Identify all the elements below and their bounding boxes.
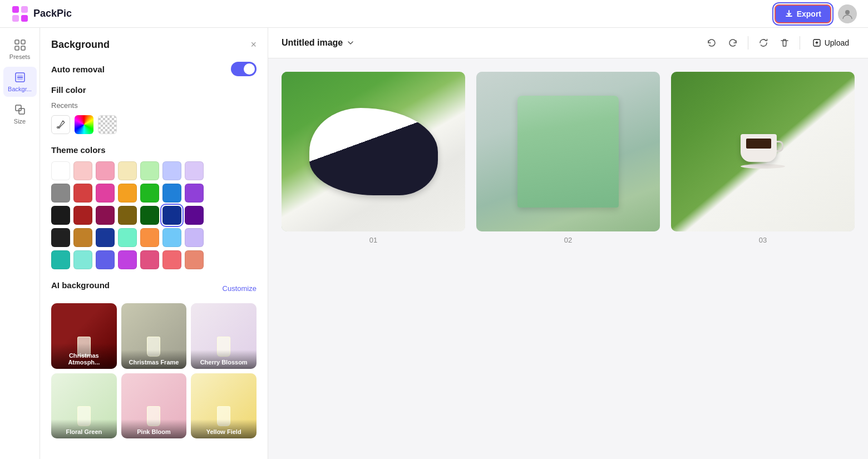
ai-bg-label-christmas-atmos: Christmas Atmosph... — [51, 343, 117, 369]
ai-bg-card-cherry-blossom[interactable]: Cherry Blossom — [191, 303, 257, 369]
ai-bg-label-yellow-field: Yellow Field — [191, 419, 257, 438]
theme-colors-section: Theme colors — [51, 145, 257, 269]
panel-close-button[interactable]: × — [250, 39, 257, 51]
user-avatar[interactable] — [838, 4, 857, 23]
svg-rect-7 — [15, 46, 19, 50]
color-swatch-23[interactable] — [96, 228, 115, 247]
refresh-icon — [758, 38, 768, 48]
ai-bg-card-christmas-frame[interactable]: Christmas Frame — [121, 303, 187, 369]
sidebar-item-size[interactable]: Size — [3, 99, 37, 129]
color-swatch-21[interactable] — [51, 228, 70, 247]
chevron-down-icon — [346, 38, 355, 47]
ai-bg-inner-christmas-atmos: Christmas Atmosph... — [51, 303, 117, 369]
color-swatch-8[interactable] — [73, 184, 92, 203]
image-title-dropdown[interactable]: Untitled image — [282, 38, 355, 48]
export-button[interactable]: Export — [775, 4, 831, 23]
sidebar-item-background[interactable]: Backgr... — [3, 67, 37, 97]
ai-bg-card-floral-green[interactable]: Floral Green — [51, 373, 117, 439]
color-swatch-32[interactable] — [140, 250, 159, 269]
gradient-swatch[interactable] — [75, 115, 93, 134]
theme-color-grid — [51, 161, 257, 269]
ai-bg-label-floral-green: Floral Green — [51, 419, 117, 438]
color-swatch-7[interactable] — [51, 184, 70, 203]
color-swatch-18[interactable] — [140, 206, 159, 225]
color-swatch-26[interactable] — [162, 228, 181, 247]
ai-bg-card-christmas-atmos[interactable]: Christmas Atmosph... — [51, 303, 117, 369]
color-tools-row — [51, 115, 257, 134]
color-swatch-24[interactable] — [118, 228, 137, 247]
fill-color-label: Fill color — [51, 85, 257, 95]
color-swatch-9[interactable] — [96, 184, 115, 203]
fill-color-section: Fill color Recents — [51, 85, 257, 134]
refresh-button[interactable] — [755, 34, 772, 51]
content-area: Untitled image — [268, 28, 868, 459]
image-card-03[interactable]: 03 — [671, 72, 855, 244]
svg-point-4 — [845, 10, 850, 14]
ai-background-section: AI background Customize Christmas Atmosp… — [51, 280, 257, 438]
color-swatch-30[interactable] — [96, 250, 115, 269]
ai-background-label: AI background — [51, 280, 110, 290]
upload-button[interactable]: Upload — [807, 35, 855, 51]
app-logo[interactable]: PackPic — [11, 5, 72, 23]
color-swatch-4[interactable] — [140, 161, 159, 180]
undo-icon — [707, 38, 717, 48]
transparent-swatch[interactable] — [98, 115, 117, 134]
svg-rect-1 — [21, 6, 28, 13]
color-swatch-15[interactable] — [73, 206, 92, 225]
color-swatch-14[interactable] — [51, 206, 70, 225]
color-swatch-31[interactable] — [118, 250, 137, 269]
ai-bg-card-pink-bloom[interactable]: Pink Bloom — [121, 373, 187, 439]
theme-colors-label: Theme colors — [51, 145, 257, 155]
color-swatch-0[interactable] — [51, 161, 70, 180]
trash-icon — [780, 38, 790, 48]
color-swatch-33[interactable] — [162, 250, 181, 269]
auto-removal-toggle[interactable] — [231, 62, 257, 76]
color-swatch-20[interactable] — [185, 206, 204, 225]
image-thumb-03 — [671, 72, 855, 231]
color-swatch-13[interactable] — [185, 184, 204, 203]
svg-rect-12 — [16, 105, 21, 111]
color-swatch-6[interactable] — [185, 161, 204, 180]
app-name: PackPic — [33, 8, 72, 19]
color-swatch-1[interactable] — [73, 161, 92, 180]
color-swatch-25[interactable] — [140, 228, 159, 247]
redo-button[interactable] — [724, 34, 741, 51]
background-panel: Background × Auto removal Fill color Rec… — [40, 28, 268, 459]
ai-background-grid: Christmas Atmosph...Christmas FrameCherr… — [51, 303, 257, 438]
color-swatch-10[interactable] — [118, 184, 137, 203]
ai-bg-inner-floral-green: Floral Green — [51, 373, 117, 439]
icon-sidebar: Presets Backgr... Size — [0, 28, 40, 459]
ai-background-header: AI background Customize — [51, 280, 257, 297]
ai-bg-label-cherry-blossom: Cherry Blossom — [191, 350, 257, 369]
color-swatch-17[interactable] — [118, 206, 137, 225]
eyedropper-button[interactable] — [51, 115, 70, 134]
color-swatch-12[interactable] — [162, 184, 181, 203]
image-label-01: 01 — [282, 236, 465, 244]
image-card-01[interactable]: 01 — [282, 72, 465, 244]
ai-bg-inner-pink-bloom: Pink Bloom — [121, 373, 187, 439]
color-swatch-28[interactable] — [51, 250, 70, 269]
color-swatch-34[interactable] — [185, 250, 204, 269]
header: PackPic Export — [0, 0, 868, 28]
sidebar-item-presets[interactable]: Presets — [3, 34, 37, 65]
delete-button[interactable] — [776, 34, 793, 51]
color-swatch-3[interactable] — [118, 161, 137, 180]
color-swatch-2[interactable] — [96, 161, 115, 180]
color-swatch-19[interactable] — [162, 206, 181, 225]
ai-bg-label-christmas-frame: Christmas Frame — [121, 350, 187, 369]
image-card-02[interactable]: 02 — [476, 72, 660, 244]
toolbar-divider — [748, 36, 748, 50]
upload-label: Upload — [825, 38, 849, 47]
ai-bg-label-pink-bloom: Pink Bloom — [121, 419, 187, 438]
color-swatch-22[interactable] — [73, 228, 92, 247]
ai-bg-card-yellow-field[interactable]: Yellow Field — [191, 373, 257, 439]
color-swatch-29[interactable] — [73, 250, 92, 269]
color-swatch-16[interactable] — [96, 206, 115, 225]
color-swatch-5[interactable] — [162, 161, 181, 180]
ai-bg-inner-cherry-blossom: Cherry Blossom — [191, 303, 257, 369]
undo-button[interactable] — [703, 34, 720, 51]
color-swatch-27[interactable] — [185, 228, 204, 247]
color-swatch-11[interactable] — [140, 184, 159, 203]
customize-link[interactable]: Customize — [223, 284, 257, 293]
svg-rect-8 — [21, 46, 25, 50]
